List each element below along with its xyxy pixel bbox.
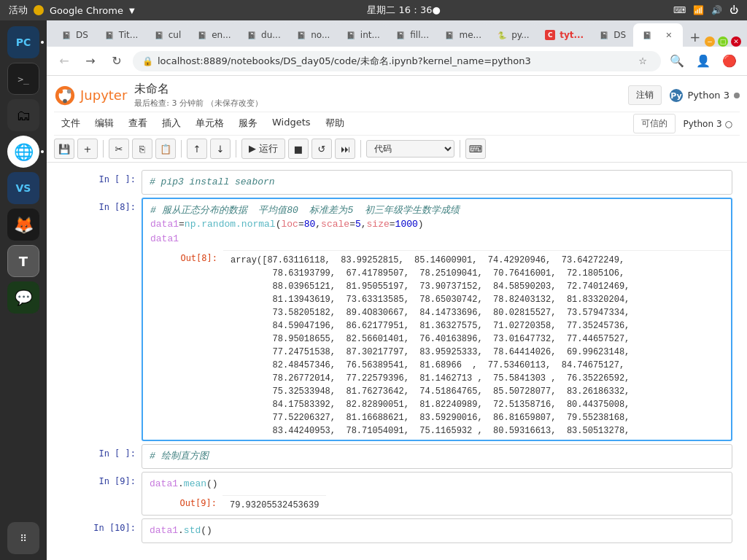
- reload-btn[interactable]: ↻: [107, 51, 127, 71]
- cell-9[interactable]: data1.mean() Out[9]: 79.93205532453639: [142, 472, 732, 516]
- dock-grid-icon[interactable]: ⠿: [7, 522, 39, 554]
- tab-du[interactable]: 📓 du...: [238, 23, 287, 47]
- dock-firefox[interactable]: 🦊: [7, 209, 39, 241]
- grid-icon: ⠿: [20, 533, 27, 544]
- jupyter-nav: Jupyter 未命名 最后检查: 3 分钟前 （未保存改变） 注销 Py Py…: [47, 76, 747, 163]
- menu-insert[interactable]: 插入: [155, 114, 188, 133]
- maximize-btn[interactable]: □: [718, 36, 728, 47]
- tab-int[interactable]: 📓 int...: [337, 23, 387, 47]
- tab-ds1[interactable]: 📓 DS: [53, 23, 96, 47]
- tab-py[interactable]: 🐍 py...: [488, 23, 536, 47]
- cell-8-wrapper: In [8]: # 服从正态分布的数据 平均值80 标准差为5 初三年级学生数学…: [61, 198, 732, 442]
- paste-btn[interactable]: 📋: [155, 139, 176, 159]
- menu-widgets[interactable]: Widgets: [265, 114, 318, 133]
- vscode-icon: VS: [16, 182, 31, 194]
- python-kernel-icon: Py: [669, 88, 684, 103]
- menu-cell[interactable]: 单元格: [188, 114, 231, 133]
- add-cell-btn[interactable]: +: [77, 139, 98, 159]
- menu-kernel[interactable]: 服务: [231, 114, 265, 133]
- new-tab-btn[interactable]: +: [686, 26, 705, 47]
- kernel-circle: ○: [725, 119, 732, 129]
- run-btn[interactable]: ▶ 运行: [241, 139, 285, 159]
- cell-10-body: data1.std(): [142, 518, 732, 543]
- cell-8[interactable]: # 服从正态分布的数据 平均值80 标准差为5 初三年级学生数学成绩 data1…: [142, 198, 732, 442]
- menu-view[interactable]: 查看: [121, 114, 155, 133]
- trusted-btn[interactable]: 可信的: [633, 114, 676, 133]
- cell-9-out-row: Out[9]: 79.93205532453639: [142, 495, 732, 515]
- extension-btn[interactable]: 🔴: [719, 51, 740, 71]
- jupyter-trust-btn[interactable]: 注销: [628, 85, 662, 105]
- dock-chrome[interactable]: 🌐: [7, 136, 39, 168]
- tab-me[interactable]: 📓 me...: [436, 23, 488, 47]
- jupyter-filename[interactable]: 未命名: [134, 82, 620, 97]
- cell-draw-code[interactable]: # 绘制直方图: [142, 445, 732, 468]
- text-editor-icon: T: [19, 254, 28, 269]
- dock-grid-btn[interactable]: ⠿: [7, 522, 39, 554]
- dock-terminal[interactable]: >_: [7, 63, 39, 95]
- account-btn[interactable]: 👤: [693, 51, 713, 71]
- keyboard-shortcuts-btn[interactable]: ⌨: [465, 139, 486, 159]
- tab-ds2[interactable]: 📓 DS: [590, 23, 633, 47]
- cell-8-in-prompt: In [8]:: [61, 198, 142, 442]
- interrupt-btn[interactable]: ■: [288, 139, 309, 159]
- cut-btn[interactable]: ✂: [109, 139, 129, 159]
- tab-close-btn[interactable]: ✕: [664, 29, 673, 41]
- menu-help[interactable]: 帮助: [318, 114, 352, 133]
- tab-cul[interactable]: 📓 cul: [145, 23, 188, 47]
- activities-label[interactable]: 活动: [9, 4, 28, 17]
- toolbar-sep2: [181, 140, 182, 158]
- restart-run-btn[interactable]: ⏭: [335, 139, 355, 159]
- tab-label-ds1: DS: [76, 30, 88, 40]
- dock-vscode[interactable]: VS: [7, 172, 39, 204]
- addr-action-btns: ☆: [634, 52, 651, 70]
- cell-9-code[interactable]: data1.mean(): [142, 472, 732, 496]
- tab-active[interactable]: 📓 ✕: [633, 23, 682, 47]
- dock-pycharm[interactable]: PC: [7, 26, 39, 58]
- cell-10-wrapper: In [10]: data1.std(): [61, 518, 732, 543]
- dock-messaging[interactable]: 💬: [7, 281, 39, 314]
- firefox-icon: 🦊: [14, 216, 34, 234]
- menu-edit[interactable]: 编辑: [88, 114, 121, 133]
- minimize-btn[interactable]: −: [705, 36, 715, 47]
- cell-pip[interactable]: # pip3 install seaborn: [142, 170, 732, 195]
- copy-btn[interactable]: ⎘: [132, 139, 152, 159]
- dock-files[interactable]: 🗂: [7, 99, 39, 131]
- cell-type-select[interactable]: 代码 Markdown Raw NBConvert: [366, 140, 454, 158]
- tab-favicon-en: 📓: [197, 30, 207, 40]
- tab-label-me: me...: [459, 30, 481, 40]
- tab-favicon-no: 📓: [296, 30, 306, 40]
- tab-en[interactable]: 📓 en...: [188, 23, 238, 47]
- tab-tyt[interactable]: C tyt...: [536, 23, 590, 47]
- move-down-btn[interactable]: ↓: [210, 139, 231, 159]
- menu-file[interactable]: 文件: [54, 114, 88, 133]
- topbar-center: 星期二 16：36●: [367, 4, 441, 17]
- restart-btn[interactable]: ↺: [311, 139, 332, 159]
- jupyter-logo: Jupyter: [54, 85, 127, 106]
- forward-btn[interactable]: →: [80, 51, 101, 71]
- tab-favicon-tyt: C: [545, 30, 555, 40]
- tab-tit[interactable]: 📓 Tit...: [96, 23, 145, 47]
- tab-no[interactable]: 📓 no...: [287, 23, 337, 47]
- save-btn[interactable]: 💾: [54, 139, 74, 159]
- url-bar[interactable]: 🔒 localhost:8889/notebooks/DS_day05/code…: [133, 51, 661, 71]
- jupyter-text: Jupyter: [80, 88, 127, 103]
- tab-favicon-ds1: 📓: [61, 30, 71, 40]
- cell-10-code[interactable]: data1.std(): [142, 519, 732, 542]
- tab-fill[interactable]: 📓 fill...: [387, 23, 436, 47]
- keyboard-icon: ⌨: [673, 5, 686, 15]
- cell-10[interactable]: data1.std(): [142, 518, 732, 543]
- cell-10-method: std: [184, 525, 201, 536]
- toolbar-sep1: [103, 140, 104, 158]
- bookmark-btn[interactable]: ☆: [634, 52, 651, 70]
- cell-9-in-prompt: In [9]:: [61, 472, 142, 516]
- dock-text[interactable]: T: [7, 245, 39, 277]
- power-icon[interactable]: ⏻: [729, 5, 738, 15]
- back-btn[interactable]: ←: [54, 51, 74, 71]
- dropdown-arrow[interactable]: ▼: [129, 7, 135, 15]
- cell-8-code[interactable]: # 服从正态分布的数据 平均值80 标准差为5 初三年级学生数学成绩 data1…: [143, 199, 731, 251]
- move-up-btn[interactable]: ↑: [187, 139, 207, 159]
- cell-pip-code[interactable]: # pip3 install seaborn: [142, 171, 732, 194]
- cell-draw[interactable]: # 绘制直方图: [142, 444, 732, 469]
- search-btn[interactable]: 🔍: [667, 51, 687, 71]
- close-btn[interactable]: ✕: [731, 36, 741, 47]
